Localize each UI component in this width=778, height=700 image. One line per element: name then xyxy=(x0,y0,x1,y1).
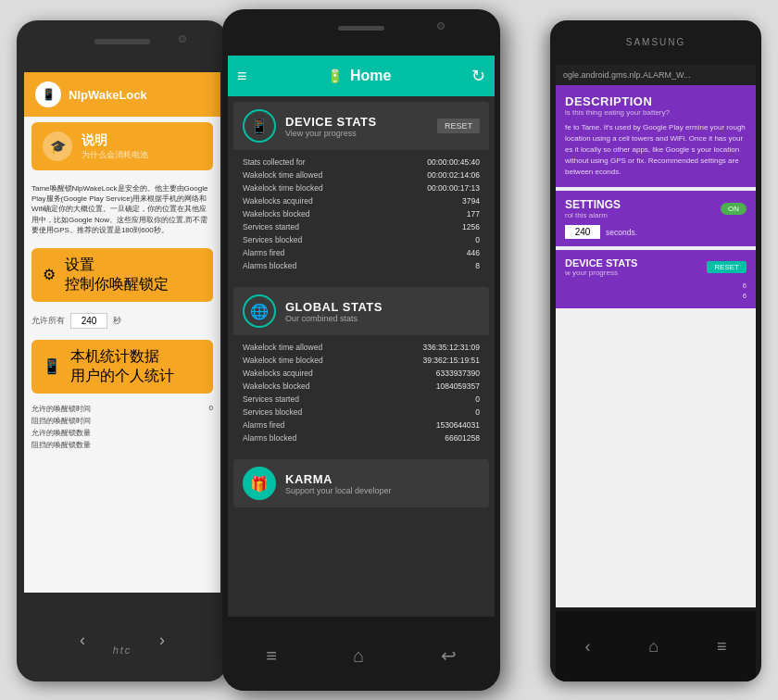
gs-row-2: Wakelock time blocked39:362:15:19:51 xyxy=(243,354,480,367)
center-bottom-nav: ≡ ⌂ ↩ xyxy=(228,620,495,691)
refresh-icon[interactable]: ↻ xyxy=(471,66,485,86)
settings-row: SETTINGS rol this alarm ON xyxy=(565,198,747,219)
device-stats-title-block: DEVICE STATS View your progress xyxy=(285,115,377,138)
camera-top-center xyxy=(437,22,445,30)
menu-label-cn-1: 说明 xyxy=(82,132,148,149)
karma-title-block: KARMA Support your local developer xyxy=(285,472,392,495)
global-stats-card: 🌐 GLOBAL STATS Our combined stats Wakelo… xyxy=(233,287,489,454)
battery-icon: 🔋 xyxy=(327,69,343,83)
right-allow-unit: seconds. xyxy=(606,228,637,237)
ds-row-1: Stats collected for00:00:00:45:40 xyxy=(243,156,480,169)
nav-back-icon[interactable]: ↩ xyxy=(441,644,457,667)
global-stats-subtitle: Our combined stats xyxy=(285,314,383,323)
menu-item-settings[interactable]: ⚙ 设置 控制你唤醒锁定 xyxy=(31,248,213,302)
stats-title: 本机统计数据 xyxy=(70,347,174,367)
right-allow-input[interactable] xyxy=(565,225,600,239)
right-ds-title: DEVICE STATS xyxy=(565,257,637,269)
ds-row-6: Services started1256 xyxy=(243,220,480,233)
hamburger-icon[interactable]: ≡ xyxy=(237,67,247,86)
right-nav-back[interactable]: ‹ xyxy=(584,637,590,656)
ds-row-5: Wakelocks blocked177 xyxy=(243,207,480,220)
description-icon: 🎓 xyxy=(43,131,72,161)
device-stats-icon: 📱 xyxy=(243,109,276,143)
description-text: Tame唤醒锁NlpWakeLock是安全的。他主要由Google Play服务… xyxy=(24,176,220,243)
screen-right: ogle.android.gms.nlp.ALARM_W... DESCRIPT… xyxy=(556,65,756,607)
ds-row-9: Alarms blocked8 xyxy=(243,259,480,272)
settings-icon: ⚙ xyxy=(43,266,56,283)
allow-label: 允许所有 xyxy=(31,315,65,327)
phone-left: 📱 NlpWakeLock 🎓 说明 为什么会消耗电池 Tame唤醒锁NlpWa… xyxy=(17,20,228,681)
gs-row-3: Wakelocks acquired6333937390 xyxy=(243,367,480,380)
stat-val-1: 0 xyxy=(209,404,213,414)
gs-row-6: Services blocked0 xyxy=(243,406,480,419)
global-stats-title-block: GLOBAL STATS Our combined stats xyxy=(285,300,383,323)
gs-row-8: Alarms blocked66601258 xyxy=(243,431,480,444)
global-stats-body: Wakelock time allowed336:35:12:31:09 Wak… xyxy=(233,335,489,454)
stats-icon: 📱 xyxy=(43,357,61,375)
center-app-header: ≡ 🔋 Home ↻ xyxy=(228,56,495,96)
nav-home-icon[interactable]: ⌂ xyxy=(353,645,364,667)
stat-row-3: 允许的唤醒锁数量 xyxy=(31,427,213,439)
left-bottom-nav: ‹ htc › xyxy=(24,598,220,681)
right-bottom-nav: ‹ ⌂ ≡ xyxy=(556,611,756,681)
center-app-title: Home xyxy=(350,68,391,84)
right-ds-row-2: 6 xyxy=(565,291,747,301)
stat-row-1: 允许的唤醒锁时间 0 xyxy=(31,403,213,415)
menu-label-sub-1: 为什么会消耗电池 xyxy=(82,149,148,161)
nav-menu-icon[interactable]: ≡ xyxy=(266,645,277,667)
gs-row-4: Wakelocks blocked1084059357 xyxy=(243,380,480,393)
karma-title: KARMA xyxy=(285,472,392,486)
right-nav-home[interactable]: ⌂ xyxy=(648,637,659,656)
screen-left: 📱 NlpWakeLock 🎓 说明 为什么会消耗电池 Tame唤醒锁NlpWa… xyxy=(24,72,220,593)
device-stats-reset-button[interactable]: RESET xyxy=(437,119,480,133)
description-section: DESCRIPTION is this thing eating your ba… xyxy=(556,85,756,187)
menu-label-cn-2: 设置 xyxy=(65,256,169,275)
desc-sub: is this thing eating your battery? xyxy=(565,108,747,117)
phone-right: SAMSUNG ogle.android.gms.nlp.ALARM_W... … xyxy=(550,20,761,681)
karma-icon: 🎁 xyxy=(243,467,276,500)
stat-label-3: 允许的唤醒锁数量 xyxy=(31,428,91,438)
settings-section: SETTINGS rol this alarm ON seconds. xyxy=(556,191,756,246)
gs-row-5: Services started0 xyxy=(243,393,480,406)
speaker-top-center xyxy=(338,26,384,31)
left-app-title: NlpWakeLock xyxy=(69,88,147,102)
stat-label-2: 阻挡的唤醒锁时间 xyxy=(31,416,91,426)
scene: 📱 NlpWakeLock 🎓 说明 为什么会消耗电池 Tame唤醒锁NlpWa… xyxy=(0,0,778,700)
allow-row: 允许所有 秒 xyxy=(24,307,220,334)
stat-label-4: 阻挡的唤醒锁数量 xyxy=(31,440,91,450)
header-title-row: 🔋 Home xyxy=(327,68,391,84)
global-stats-header: 🌐 GLOBAL STATS Our combined stats xyxy=(233,287,489,335)
stat-label-1: 允许的唤醒锁时间 xyxy=(31,404,91,414)
screen-center: ≡ 🔋 Home ↻ 📱 DEVICE STATS View your prog… xyxy=(228,56,495,617)
stat-row-4: 阻挡的唤醒锁数量 xyxy=(31,439,213,451)
left-app-icon: 📱 xyxy=(35,81,61,107)
desc-title: DESCRIPTION xyxy=(565,94,747,108)
right-app-header: ogle.android.gms.nlp.ALARM_W... xyxy=(556,65,756,85)
menu-item-stats[interactable]: 📱 本机统计数据 用户的个人统计 xyxy=(31,340,213,394)
menu-item-description[interactable]: 🎓 说明 为什么会消耗电池 xyxy=(31,122,213,170)
device-stats-card: 📱 DEVICE STATS View your progress RESET … xyxy=(233,102,489,281)
karma-subtitle: Support your local developer xyxy=(285,486,392,495)
device-stats-header: 📱 DEVICE STATS View your progress RESET xyxy=(233,102,489,150)
settings-sub: rol this alarm xyxy=(565,211,621,219)
left-app-header: 📱 NlpWakeLock xyxy=(24,72,220,117)
right-ds-sub: w your progress xyxy=(565,269,637,277)
toggle-button[interactable]: ON xyxy=(721,203,747,215)
settings-title: SETTINGS xyxy=(565,198,621,211)
back-icon-left[interactable]: ‹ xyxy=(80,631,85,650)
ds-row-4: Wakelocks acquired3794 xyxy=(243,194,480,207)
forward-icon-left[interactable]: › xyxy=(159,631,165,650)
speaker-top-left xyxy=(94,39,150,44)
right-allow-row: seconds. xyxy=(565,225,747,239)
phone-center: ≡ 🔋 Home ↻ 📱 DEVICE STATS View your prog… xyxy=(222,9,500,691)
right-reset-button[interactable]: RESET xyxy=(707,261,747,273)
device-stats-title: DEVICE STATS xyxy=(285,115,377,129)
allow-unit: 秒 xyxy=(113,315,121,327)
right-nav-menu[interactable]: ≡ xyxy=(717,637,727,656)
stats-sub: 用户的个人统计 xyxy=(70,367,174,386)
ds-row-3: Wakelock time blocked00:00:00:17:13 xyxy=(243,181,480,194)
allow-input[interactable] xyxy=(70,313,107,329)
ds-row-2: Wakelock time allowed00:00:02:14:06 xyxy=(243,169,480,181)
gs-row-7: Alarms fired1530644031 xyxy=(243,419,480,431)
karma-card[interactable]: 🎁 KARMA Support your local developer xyxy=(233,459,489,507)
